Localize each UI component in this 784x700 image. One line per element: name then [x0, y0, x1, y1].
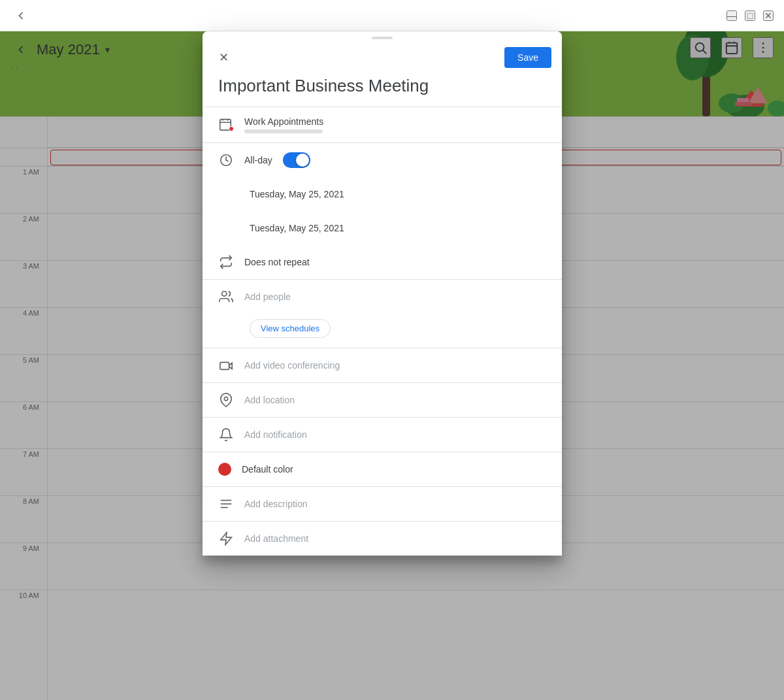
location-row[interactable]: Add location: [203, 383, 562, 417]
calendar-icon: [218, 117, 234, 133]
allday-row: All-day: [203, 143, 562, 177]
add-people-row[interactable]: Add people: [203, 280, 562, 314]
save-button[interactable]: Save: [504, 47, 551, 68]
location-icon: [218, 392, 234, 408]
start-date-label: Tuesday, May 25, 2021: [250, 189, 344, 199]
notification-icon: [218, 427, 234, 442]
clock-icon: [218, 152, 234, 168]
dialog-toolbar: ✕ Save: [203, 42, 562, 73]
video-conf-placeholder: Add video conferencing: [244, 360, 340, 371]
title-bar: — □ ✕: [0, 0, 784, 31]
allday-label: All-day: [244, 155, 272, 165]
location-placeholder: Add location: [244, 395, 295, 405]
toggle-knob: [296, 154, 309, 167]
svg-rect-25: [220, 362, 229, 369]
svg-point-26: [224, 397, 228, 401]
svg-marker-30: [221, 533, 232, 544]
calendar-dot: [229, 126, 234, 131]
notification-placeholder: Add notification: [244, 429, 307, 440]
modal-overlay: ✕ Save Important Business Meeting: [0, 31, 784, 700]
video-icon: [218, 358, 234, 373]
view-schedules-button[interactable]: View schedules: [250, 319, 331, 338]
window-close-button[interactable]: ✕: [763, 10, 774, 21]
color-row[interactable]: Default color: [203, 452, 562, 486]
view-schedules-row: View schedules: [203, 314, 562, 348]
attachment-row[interactable]: Add attachment: [203, 522, 562, 556]
minimize-button[interactable]: —: [727, 10, 737, 21]
end-date-label: Tuesday, May 25, 2021: [250, 223, 344, 233]
handle-bar: [372, 37, 393, 39]
dialog-close-button[interactable]: ✕: [213, 47, 234, 68]
attachment-icon: [218, 531, 234, 546]
people-icon: [218, 289, 234, 305]
allday-toggle[interactable]: [283, 152, 310, 168]
event-title: Important Business Meeting: [218, 76, 546, 96]
event-dialog: ✕ Save Important Business Meeting: [203, 31, 562, 556]
description-placeholder: Add description: [244, 499, 308, 509]
description-row[interactable]: Add description: [203, 487, 562, 521]
repeat-icon: [218, 254, 234, 270]
calendar-name-row[interactable]: Work Appointments: [203, 107, 562, 142]
end-date-row[interactable]: Tuesday, May 25, 2021: [203, 211, 562, 245]
description-icon: [218, 496, 234, 512]
notification-row[interactable]: Add notification: [203, 418, 562, 452]
calendar-icon-wrapper: [218, 117, 234, 133]
repeat-row[interactable]: Does not repeat: [203, 245, 562, 279]
calendar-name-underline: [244, 129, 323, 133]
maximize-button[interactable]: □: [745, 10, 755, 21]
attachment-placeholder: Add attachment: [244, 533, 308, 544]
calendar-name-content: Work Appointments: [244, 116, 546, 133]
start-date-row[interactable]: Tuesday, May 25, 2021: [203, 177, 562, 211]
add-people-placeholder: Add people: [244, 292, 291, 302]
color-label: Default color: [242, 464, 293, 475]
dialog-handle[interactable]: [203, 31, 562, 42]
back-button[interactable]: [10, 5, 31, 26]
repeat-label: Does not repeat: [244, 257, 310, 267]
color-dot: [218, 463, 231, 476]
dialog-title-section: Important Business Meeting: [203, 73, 562, 107]
video-conf-row[interactable]: Add video conferencing: [203, 348, 562, 382]
calendar-name-label: Work Appointments: [244, 116, 546, 127]
svg-point-24: [222, 292, 227, 296]
